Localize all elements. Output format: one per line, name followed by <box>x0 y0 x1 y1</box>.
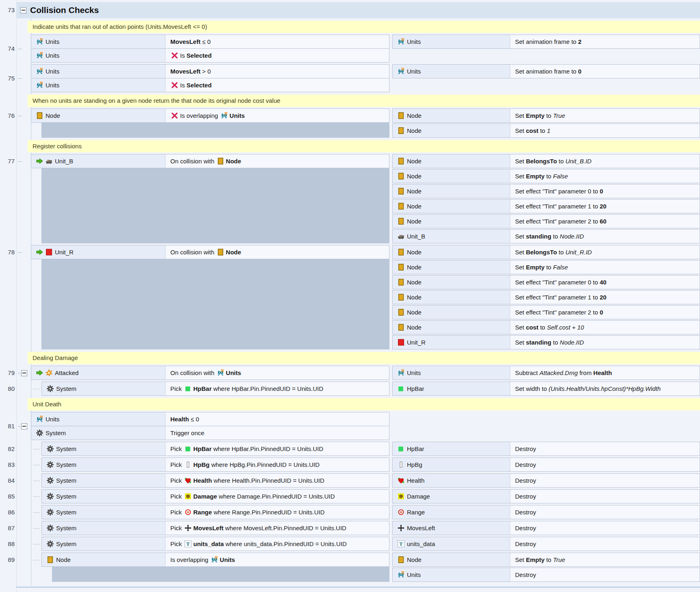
condition-row[interactable]: SystemPick HpBar where HpBar.Pin.PinnedU… <box>41 442 389 456</box>
condition-row[interactable]: SystemPick Damage where Damage.Pin.Pinne… <box>41 489 389 503</box>
condition-row[interactable]: SystemPick Tunits_data where units_data.… <box>41 537 389 551</box>
text-part: Trigger once <box>170 429 204 436</box>
text-part: Is overlapping <box>180 112 220 119</box>
condition-row[interactable]: UnitsMovesLeft > 0 <box>31 64 389 78</box>
actions-column: Tunits_dataDestroy <box>392 537 700 551</box>
connector-tick <box>18 116 22 116</box>
action-row[interactable]: NodeSet effect "Tint" parameter 2 to 0 <box>392 305 700 319</box>
comment[interactable]: Register collisions <box>28 140 700 152</box>
text-cell: On collision with Node <box>165 245 389 259</box>
text-part: Empty <box>526 556 545 563</box>
text-part: Destroy <box>515 445 536 452</box>
text-part: Set <box>515 173 526 180</box>
comment[interactable]: When no units are standing on a given no… <box>28 95 700 107</box>
text-cell: MovesLeft > 0 <box>165 65 389 78</box>
condition-row[interactable]: Unit_ROn collision with Node <box>31 245 389 259</box>
text-part: On collision with <box>170 158 216 165</box>
action-row[interactable]: NodeSet effect "Tint" parameter 1 to 20 <box>392 199 700 213</box>
condition-row[interactable]: SystemPick Range where Range.Pin.PinnedU… <box>41 505 389 519</box>
action-row[interactable]: NodeSet BelongsTo to Unit_R.ID <box>392 245 700 259</box>
node-icon <box>398 188 404 195</box>
actions-column: NodeSet BelongsTo to Unit_R.IDNodeSet Em… <box>392 245 700 349</box>
comment[interactable]: Dealing Damage <box>28 352 700 364</box>
condition-row[interactable]: Unit_BOn collision with Node <box>31 154 389 168</box>
condition-row[interactable]: AttackedOn collision with Units <box>31 366 389 380</box>
red-x-icon <box>171 52 178 59</box>
text-part: 0 <box>578 68 581 75</box>
text-part: Set effect "Tint" parameter 0 to <box>515 188 600 195</box>
text-part: Selected <box>187 52 212 59</box>
text-part: Set effect "Tint" parameter 2 to <box>515 218 600 225</box>
damage-icon <box>185 493 191 500</box>
text-cell: On collision with Node <box>165 154 389 168</box>
condition-row[interactable]: SystemPick Health where Health.Pin.Pinne… <box>41 473 389 488</box>
action-row[interactable]: NodeSet effect "Tint" parameter 2 to 60 <box>392 214 700 228</box>
node-icon <box>398 173 404 180</box>
action-row[interactable]: NodeSet Empty to True <box>392 553 700 567</box>
condition-row[interactable]: UnitsIs Selected <box>31 48 389 63</box>
object-cell: Node <box>393 154 510 168</box>
conditions-column: NodeIs overlapping Units <box>41 553 389 582</box>
conditions-column: UnitsHealth ≤ 0SystemTrigger once <box>31 412 389 440</box>
event-block: SystemPick MovesLeft where MovesLeft.Pin… <box>41 521 700 535</box>
condition-row[interactable]: SystemPick HpBar where HpBar.Pin.PinnedU… <box>41 382 389 396</box>
event-number: 76 <box>2 112 15 120</box>
action-row[interactable]: NodeSet effect "Tint" parameter 1 to 20 <box>392 290 700 304</box>
condition-row[interactable]: UnitsMovesLeft ≤ 0 <box>31 35 389 49</box>
conditions-column: SystemPick MovesLeft where MovesLeft.Pin… <box>41 521 389 535</box>
range-icon <box>398 509 404 516</box>
action-row[interactable]: NodeSet effect "Tint" parameter 0 to 40 <box>392 275 700 289</box>
action-row[interactable]: UnitsSubtract Attacked.Dmg from Health <box>392 366 700 380</box>
action-row[interactable]: Unit_RSet standing to Node.IID <box>392 335 700 349</box>
action-row[interactable]: UnitsSet animation frame to 0 <box>392 64 700 78</box>
conditions-column: SystemPick HpBar where HpBar.Pin.PinnedU… <box>41 442 389 456</box>
condition-row[interactable]: UnitsHealth ≤ 0 <box>31 412 389 426</box>
action-row[interactable]: HealthDestroy <box>392 473 700 488</box>
collapse-toggle-icon[interactable] <box>20 7 26 13</box>
action-row[interactable]: Unit_BSet standing to Node.IID <box>392 229 700 243</box>
action-row[interactable]: HpBgDestroy <box>392 458 700 472</box>
object-cell: Units <box>31 65 165 78</box>
action-row[interactable]: HpBarDestroy <box>392 442 700 456</box>
text-part: Is overlapping <box>170 556 210 563</box>
action-row[interactable]: UnitsSet animation frame to 2 <box>392 35 700 49</box>
action-row[interactable]: RangeDestroy <box>392 505 700 519</box>
condition-row[interactable]: NodeIs overlapping Units <box>41 553 389 567</box>
action-row[interactable]: NodeSet cost to Self.cost + 10 <box>392 320 700 334</box>
condition-row[interactable]: SystemPick MovesLeft where MovesLeft.Pin… <box>41 521 389 535</box>
condition-row[interactable]: SystemTrigger once <box>31 426 389 440</box>
text-part: where HpBg.Pin.PinnedUID = Units.UID <box>210 461 320 468</box>
action-row[interactable]: MovesLeftDestroy <box>392 521 700 535</box>
group-header[interactable]: 73 Collision Checks <box>16 2 700 18</box>
text-part: True <box>553 556 565 563</box>
action-row[interactable]: NodeSet cost to 1 <box>392 124 700 138</box>
action-row[interactable]: NodeSet Empty to True <box>392 108 700 123</box>
condition-row[interactable]: NodeIs overlapping Units <box>31 108 389 123</box>
action-row[interactable]: DamageDestroy <box>392 489 700 503</box>
conditions-column: AttackedOn collision with Units <box>31 366 389 380</box>
object-label: Units <box>407 369 421 376</box>
action-row[interactable]: NodeSet Empty to False <box>392 260 700 274</box>
comment[interactable]: Unit Death <box>28 398 700 410</box>
action-row[interactable]: NodeSet BelongsTo to Unit_B.ID <box>392 154 700 168</box>
object-label: System <box>56 385 76 392</box>
object-cell: Node <box>393 124 510 137</box>
object-label: Units <box>407 571 421 578</box>
collapse-toggle-icon[interactable] <box>21 370 27 376</box>
condition-row[interactable]: SystemPick HpBg where HpBg.Pin.PinnedUID… <box>41 458 389 472</box>
action-row[interactable]: Tunits_dataDestroy <box>392 537 700 551</box>
text-part: Set animation frame to <box>515 68 578 75</box>
action-row[interactable]: NodeSet effect "Tint" parameter 0 to 0 <box>392 184 700 198</box>
condition-row[interactable]: UnitsIs Selected <box>31 78 389 92</box>
actions-column: NodeSet Empty to TrueNodeSet cost to 1 <box>392 108 700 138</box>
object-label: Units <box>46 38 59 45</box>
action-row[interactable]: HpBarSet width to (Units.Health/Units.hp… <box>392 382 700 396</box>
event-number: 73 <box>2 6 15 14</box>
collapse-toggle-icon[interactable] <box>21 423 27 429</box>
comment[interactable]: Indicate units that ran out of action po… <box>28 21 700 33</box>
action-row[interactable]: UnitsDestroy <box>392 568 700 582</box>
text-part: Is <box>180 52 187 59</box>
text-cell: Pick Damage where Damage.Pin.PinnedUID =… <box>165 490 389 503</box>
action-row[interactable]: NodeSet Empty to False <box>392 169 700 183</box>
node-icon <box>398 294 404 301</box>
